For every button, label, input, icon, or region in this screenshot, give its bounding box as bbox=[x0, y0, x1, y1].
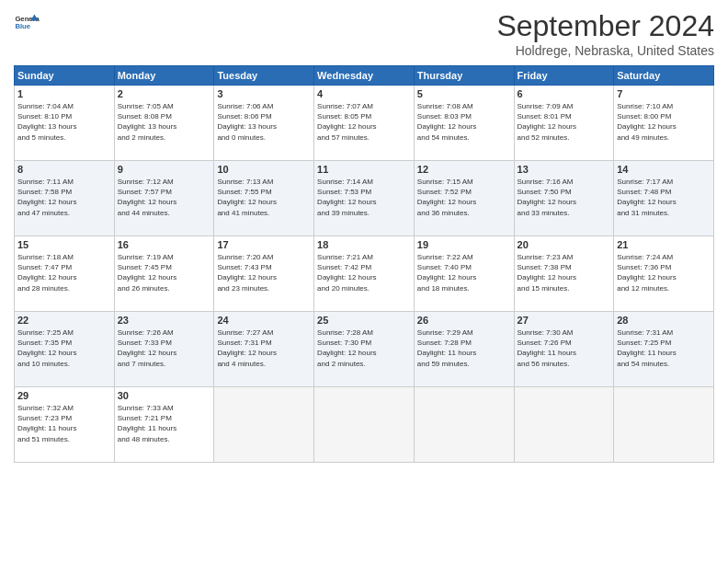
col-sunday: Sunday bbox=[15, 66, 115, 86]
day-info: Sunrise: 7:22 AM Sunset: 7:40 PM Dayligh… bbox=[417, 252, 511, 293]
day-info: Sunrise: 7:10 AM Sunset: 8:00 PM Dayligh… bbox=[617, 101, 711, 143]
day-number: 24 bbox=[217, 315, 311, 326]
day-number: 5 bbox=[417, 88, 511, 99]
table-cell: 13Sunrise: 7:16 AM Sunset: 7:50 PM Dayli… bbox=[514, 161, 614, 236]
calendar-page: General Blue September 2024 Holdrege, Ne… bbox=[0, 0, 728, 563]
day-info: Sunrise: 7:14 AM Sunset: 7:53 PM Dayligh… bbox=[317, 177, 411, 218]
table-cell: 1Sunrise: 7:04 AM Sunset: 8:10 PM Daylig… bbox=[15, 86, 115, 161]
day-info: Sunrise: 7:30 AM Sunset: 7:26 PM Dayligh… bbox=[518, 327, 611, 369]
day-number: 19 bbox=[417, 239, 511, 250]
day-info: Sunrise: 7:33 AM Sunset: 7:21 PM Dayligh… bbox=[118, 403, 211, 444]
header: General Blue September 2024 Holdrege, Ne… bbox=[14, 9, 714, 58]
day-number: 15 bbox=[17, 239, 111, 250]
col-wednesday: Wednesday bbox=[314, 66, 415, 86]
table-cell: 19Sunrise: 7:22 AM Sunset: 7:40 PM Dayli… bbox=[414, 236, 514, 312]
day-info: Sunrise: 7:09 AM Sunset: 8:01 PM Dayligh… bbox=[518, 101, 611, 143]
calendar-row: 29Sunrise: 7:32 AM Sunset: 7:23 PM Dayli… bbox=[15, 387, 714, 463]
day-number: 22 bbox=[17, 315, 111, 326]
day-number: 29 bbox=[17, 390, 111, 401]
day-info: Sunrise: 7:15 AM Sunset: 7:52 PM Dayligh… bbox=[417, 177, 511, 218]
table-cell: 6Sunrise: 7:09 AM Sunset: 8:01 PM Daylig… bbox=[514, 86, 614, 161]
day-number: 25 bbox=[317, 315, 411, 326]
day-number: 28 bbox=[617, 315, 711, 326]
col-thursday: Thursday bbox=[414, 66, 514, 86]
table-cell: 8Sunrise: 7:11 AM Sunset: 7:58 PM Daylig… bbox=[15, 161, 115, 236]
col-tuesday: Tuesday bbox=[214, 66, 314, 86]
day-number: 3 bbox=[217, 88, 311, 99]
location: Holdrege, Nebraska, United States bbox=[496, 43, 714, 58]
day-info: Sunrise: 7:28 AM Sunset: 7:30 PM Dayligh… bbox=[317, 327, 411, 369]
table-cell: 28Sunrise: 7:31 AM Sunset: 7:25 PM Dayli… bbox=[614, 312, 714, 387]
day-info: Sunrise: 7:24 AM Sunset: 7:36 PM Dayligh… bbox=[617, 252, 711, 293]
day-info: Sunrise: 7:26 AM Sunset: 7:33 PM Dayligh… bbox=[118, 327, 211, 369]
table-cell: 25Sunrise: 7:28 AM Sunset: 7:30 PM Dayli… bbox=[314, 312, 415, 387]
table-cell: 16Sunrise: 7:19 AM Sunset: 7:45 PM Dayli… bbox=[114, 236, 214, 312]
day-number: 14 bbox=[617, 164, 711, 175]
table-cell bbox=[514, 387, 614, 463]
day-number: 6 bbox=[518, 88, 611, 99]
day-number: 12 bbox=[417, 164, 511, 175]
table-cell: 10Sunrise: 7:13 AM Sunset: 7:55 PM Dayli… bbox=[214, 161, 314, 236]
table-cell: 18Sunrise: 7:21 AM Sunset: 7:42 PM Dayli… bbox=[314, 236, 415, 312]
logo: General Blue bbox=[14, 9, 43, 35]
day-number: 1 bbox=[17, 88, 111, 99]
table-cell: 5Sunrise: 7:08 AM Sunset: 8:03 PM Daylig… bbox=[414, 86, 514, 161]
day-info: Sunrise: 7:17 AM Sunset: 7:48 PM Dayligh… bbox=[617, 177, 711, 218]
header-row: Sunday Monday Tuesday Wednesday Thursday… bbox=[15, 66, 714, 86]
table-cell: 23Sunrise: 7:26 AM Sunset: 7:33 PM Dayli… bbox=[114, 312, 214, 387]
month-title: September 2024 bbox=[496, 9, 714, 43]
table-cell: 29Sunrise: 7:32 AM Sunset: 7:23 PM Dayli… bbox=[15, 387, 115, 463]
day-number: 27 bbox=[518, 315, 611, 326]
table-cell bbox=[214, 387, 314, 463]
day-info: Sunrise: 7:05 AM Sunset: 8:08 PM Dayligh… bbox=[118, 101, 211, 143]
logo-icon: General Blue bbox=[14, 9, 40, 35]
table-cell: 15Sunrise: 7:18 AM Sunset: 7:47 PM Dayli… bbox=[15, 236, 115, 312]
table-cell: 20Sunrise: 7:23 AM Sunset: 7:38 PM Dayli… bbox=[514, 236, 614, 312]
table-cell: 7Sunrise: 7:10 AM Sunset: 8:00 PM Daylig… bbox=[614, 86, 714, 161]
table-cell: 12Sunrise: 7:15 AM Sunset: 7:52 PM Dayli… bbox=[414, 161, 514, 236]
day-number: 26 bbox=[417, 315, 511, 326]
table-cell: 9Sunrise: 7:12 AM Sunset: 7:57 PM Daylig… bbox=[114, 161, 214, 236]
day-number: 2 bbox=[118, 88, 211, 99]
table-cell: 4Sunrise: 7:07 AM Sunset: 8:05 PM Daylig… bbox=[314, 86, 415, 161]
day-info: Sunrise: 7:21 AM Sunset: 7:42 PM Dayligh… bbox=[317, 252, 411, 293]
title-block: September 2024 Holdrege, Nebraska, Unite… bbox=[496, 9, 714, 58]
calendar-table: Sunday Monday Tuesday Wednesday Thursday… bbox=[14, 65, 714, 463]
day-info: Sunrise: 7:25 AM Sunset: 7:35 PM Dayligh… bbox=[17, 327, 111, 369]
day-number: 13 bbox=[518, 164, 611, 175]
table-cell: 17Sunrise: 7:20 AM Sunset: 7:43 PM Dayli… bbox=[214, 236, 314, 312]
day-number: 9 bbox=[118, 164, 211, 175]
day-info: Sunrise: 7:27 AM Sunset: 7:31 PM Dayligh… bbox=[217, 327, 311, 369]
day-number: 11 bbox=[317, 164, 411, 175]
day-number: 21 bbox=[617, 239, 711, 250]
day-number: 8 bbox=[17, 164, 111, 175]
day-number: 10 bbox=[217, 164, 311, 175]
day-info: Sunrise: 7:11 AM Sunset: 7:58 PM Dayligh… bbox=[17, 177, 111, 218]
table-cell bbox=[314, 387, 415, 463]
day-info: Sunrise: 7:20 AM Sunset: 7:43 PM Dayligh… bbox=[217, 252, 311, 293]
day-number: 7 bbox=[617, 88, 711, 99]
day-info: Sunrise: 7:32 AM Sunset: 7:23 PM Dayligh… bbox=[17, 403, 111, 444]
day-info: Sunrise: 7:19 AM Sunset: 7:45 PM Dayligh… bbox=[118, 252, 211, 293]
day-info: Sunrise: 7:08 AM Sunset: 8:03 PM Dayligh… bbox=[417, 101, 511, 143]
table-cell: 27Sunrise: 7:30 AM Sunset: 7:26 PM Dayli… bbox=[514, 312, 614, 387]
day-info: Sunrise: 7:06 AM Sunset: 8:06 PM Dayligh… bbox=[217, 101, 311, 143]
day-info: Sunrise: 7:13 AM Sunset: 7:55 PM Dayligh… bbox=[217, 177, 311, 218]
calendar-row: 15Sunrise: 7:18 AM Sunset: 7:47 PM Dayli… bbox=[15, 236, 714, 312]
table-cell: 24Sunrise: 7:27 AM Sunset: 7:31 PM Dayli… bbox=[214, 312, 314, 387]
col-monday: Monday bbox=[114, 66, 214, 86]
calendar-row: 8Sunrise: 7:11 AM Sunset: 7:58 PM Daylig… bbox=[15, 161, 714, 236]
table-cell: 14Sunrise: 7:17 AM Sunset: 7:48 PM Dayli… bbox=[614, 161, 714, 236]
day-info: Sunrise: 7:31 AM Sunset: 7:25 PM Dayligh… bbox=[617, 327, 711, 369]
table-cell: 11Sunrise: 7:14 AM Sunset: 7:53 PM Dayli… bbox=[314, 161, 415, 236]
calendar-row: 1Sunrise: 7:04 AM Sunset: 8:10 PM Daylig… bbox=[15, 86, 714, 161]
table-cell: 26Sunrise: 7:29 AM Sunset: 7:28 PM Dayli… bbox=[414, 312, 514, 387]
table-cell: 2Sunrise: 7:05 AM Sunset: 8:08 PM Daylig… bbox=[114, 86, 214, 161]
calendar-row: 22Sunrise: 7:25 AM Sunset: 7:35 PM Dayli… bbox=[15, 312, 714, 387]
table-cell: 22Sunrise: 7:25 AM Sunset: 7:35 PM Dayli… bbox=[15, 312, 115, 387]
day-info: Sunrise: 7:04 AM Sunset: 8:10 PM Dayligh… bbox=[17, 101, 111, 143]
day-number: 17 bbox=[217, 239, 311, 250]
day-number: 20 bbox=[518, 239, 611, 250]
table-cell: 30Sunrise: 7:33 AM Sunset: 7:21 PM Dayli… bbox=[114, 387, 214, 463]
day-info: Sunrise: 7:07 AM Sunset: 8:05 PM Dayligh… bbox=[317, 101, 411, 143]
